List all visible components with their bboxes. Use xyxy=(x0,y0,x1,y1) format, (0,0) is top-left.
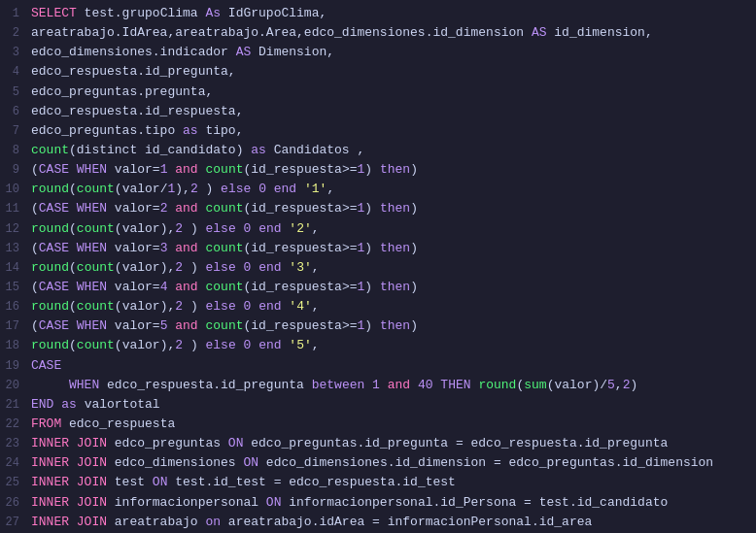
table-row: 16round(count(valor),2 ) else 0 end '4', xyxy=(0,297,756,316)
table-row: 19CASE xyxy=(0,356,756,376)
line-number: 19 xyxy=(0,357,31,376)
line-number: 11 xyxy=(0,200,31,218)
line-content: INNER JOIN edco_preguntas ON edco_pregun… xyxy=(31,434,748,453)
table-row: 22FROM edco_respuesta xyxy=(0,415,756,434)
table-row: 13(CASE WHEN valor=3 and count(id_respue… xyxy=(0,239,756,258)
line-number: 6 xyxy=(0,103,31,121)
line-content: areatrabajo.IdArea,areatrabajo.Area,edco… xyxy=(31,23,748,43)
line-content: round(count(valor),2 ) else 0 end '3', xyxy=(31,258,748,278)
table-row: 1SELECT test.grupoClima As IdGrupoClima, xyxy=(0,4,756,23)
line-number: 3 xyxy=(0,44,31,62)
line-content: count(distinct id_candidato) as Candidat… xyxy=(31,141,748,160)
line-content: edco_preguntas.pregunta, xyxy=(31,83,748,102)
table-row: 14round(count(valor),2 ) else 0 end '3', xyxy=(0,258,756,278)
line-content: edco_respuesta.id_pregunta, xyxy=(31,62,748,82)
table-row: 20 WHEN edco_respuesta.id_pregunta betwe… xyxy=(0,376,756,395)
line-number: 23 xyxy=(0,435,31,453)
table-row: 24INNER JOIN edco_dimensiones ON edco_di… xyxy=(0,453,756,473)
line-content: edco_respuesta.id_respuesta, xyxy=(31,102,748,121)
table-row: 8count(distinct id_candidato) as Candida… xyxy=(0,141,756,160)
table-row: 25INNER JOIN test ON test.id_test = edco… xyxy=(0,473,756,492)
line-number: 15 xyxy=(0,279,31,297)
table-row: 10round(count(valor/1),2 ) else 0 end '1… xyxy=(0,180,756,199)
line-content: round(count(valor),2 ) else 0 end '5', xyxy=(31,336,748,355)
line-content: INNER JOIN test ON test.id_test = edco_r… xyxy=(31,473,748,492)
line-number: 14 xyxy=(0,259,31,278)
line-content: round(count(valor),2 ) else 0 end '2', xyxy=(31,219,748,239)
line-number: 2 xyxy=(0,24,31,43)
line-number: 9 xyxy=(0,161,31,180)
table-row: 3edco_dimensiones.indicador AS Dimension… xyxy=(0,43,756,62)
line-content: WHEN edco_respuesta.id_pregunta between … xyxy=(31,376,748,395)
line-number: 26 xyxy=(0,494,31,513)
table-row: 9(CASE WHEN valor=1 and count(id_respues… xyxy=(0,160,756,180)
line-content: CASE xyxy=(31,356,748,376)
table-row: 5edco_preguntas.pregunta, xyxy=(0,83,756,102)
line-content: END as valortotal xyxy=(31,395,748,415)
table-row: 27INNER JOIN areatrabajo on areatrabajo.… xyxy=(0,513,756,532)
table-row: 6edco_respuesta.id_respuesta, xyxy=(0,102,756,121)
line-number: 12 xyxy=(0,220,31,239)
line-content: round(count(valor/1),2 ) else 0 end '1', xyxy=(31,180,748,199)
line-content: edco_dimensiones.indicador AS Dimension, xyxy=(31,43,748,62)
line-content: INNER JOIN edco_dimensiones ON edco_dime… xyxy=(31,453,748,473)
table-row: 18round(count(valor),2 ) else 0 end '5', xyxy=(0,336,756,355)
line-content: (CASE WHEN valor=3 and count(id_respuest… xyxy=(31,239,748,258)
line-number: 4 xyxy=(0,63,31,82)
table-row: 17(CASE WHEN valor=5 and count(id_respue… xyxy=(0,316,756,336)
line-number: 25 xyxy=(0,474,31,492)
line-number: 1 xyxy=(0,5,31,23)
line-number: 21 xyxy=(0,396,31,415)
line-number: 5 xyxy=(0,83,31,102)
line-content: edco_preguntas.tipo as tipo, xyxy=(31,121,748,141)
line-number: 13 xyxy=(0,240,31,258)
line-content: (CASE WHEN valor=5 and count(id_respuest… xyxy=(31,316,748,336)
line-number: 7 xyxy=(0,122,31,141)
line-content: FROM edco_respuesta xyxy=(31,415,748,434)
line-number: 22 xyxy=(0,416,31,434)
line-content: SELECT test.grupoClima As IdGrupoClima, xyxy=(31,4,748,23)
line-number: 24 xyxy=(0,454,31,473)
table-row: 7edco_preguntas.tipo as tipo, xyxy=(0,121,756,141)
line-number: 10 xyxy=(0,181,31,199)
line-number: 27 xyxy=(0,514,31,532)
table-row: 23INNER JOIN edco_preguntas ON edco_preg… xyxy=(0,434,756,453)
table-row: 11(CASE WHEN valor=2 and count(id_respue… xyxy=(0,199,756,218)
table-row: 21END as valortotal xyxy=(0,395,756,415)
table-row: 2areatrabajo.IdArea,areatrabajo.Area,edc… xyxy=(0,23,756,43)
table-row: 15(CASE WHEN valor=4 and count(id_respue… xyxy=(0,278,756,297)
line-content: (CASE WHEN valor=2 and count(id_respuest… xyxy=(31,199,748,218)
line-content: INNER JOIN areatrabajo on areatrabajo.id… xyxy=(31,513,748,532)
table-row: 4edco_respuesta.id_pregunta, xyxy=(0,62,756,82)
code-editor: 1SELECT test.grupoClima As IdGrupoClima,… xyxy=(0,0,756,533)
line-number: 17 xyxy=(0,317,31,336)
line-content: (CASE WHEN valor=1 and count(id_respuest… xyxy=(31,160,748,180)
line-number: 18 xyxy=(0,337,31,355)
line-content: INNER JOIN informacionpersonal ON inform… xyxy=(31,493,748,513)
line-number: 8 xyxy=(0,142,31,160)
line-number: 16 xyxy=(0,298,31,316)
line-content: (CASE WHEN valor=4 and count(id_respuest… xyxy=(31,278,748,297)
table-row: 12round(count(valor),2 ) else 0 end '2', xyxy=(0,219,756,239)
line-content: round(count(valor),2 ) else 0 end '4', xyxy=(31,297,748,316)
table-row: 26INNER JOIN informacionpersonal ON info… xyxy=(0,493,756,513)
line-number: 20 xyxy=(0,377,31,395)
